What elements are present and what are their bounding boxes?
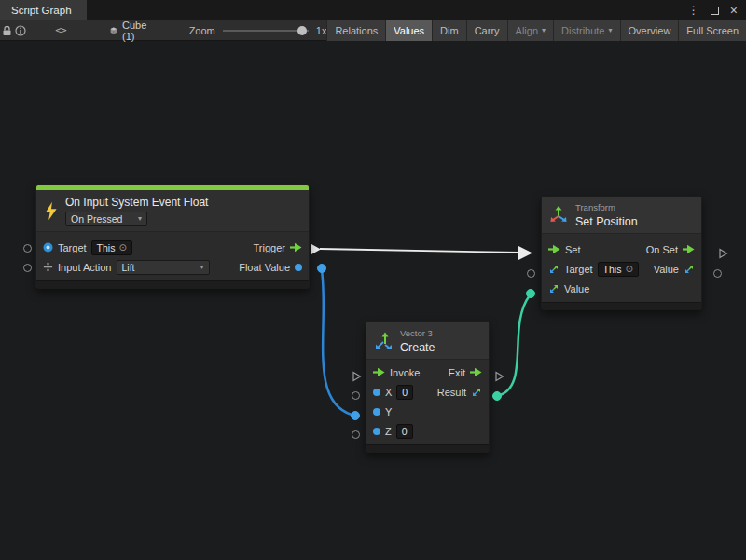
distribute-dropdown-button[interactable]: Distribute▾ bbox=[553, 20, 619, 41]
z-port[interactable] bbox=[373, 428, 380, 435]
zoom-label: Zoom bbox=[189, 25, 215, 36]
target-port-label: Target bbox=[58, 242, 87, 253]
float-value-port[interactable] bbox=[295, 264, 302, 271]
flow-port-icon[interactable] bbox=[373, 367, 385, 377]
ext-port-value-input-connected[interactable] bbox=[526, 289, 535, 298]
window-controls: ⋮ × bbox=[688, 0, 746, 20]
ext-port-exit-output[interactable] bbox=[494, 371, 504, 382]
window-tab-bar: Script Graph ⋮ × bbox=[0, 0, 746, 20]
ext-port-onset-output[interactable] bbox=[718, 248, 728, 259]
row-set-onset: Set On Set bbox=[542, 239, 701, 259]
on-set-port-label: On Set bbox=[646, 244, 678, 255]
vector3-icon bbox=[374, 332, 393, 350]
ext-port-settarget-input[interactable] bbox=[527, 269, 535, 278]
toolbar-buttons: Relations Values Dim Carry Align▾ Distri… bbox=[326, 20, 746, 41]
float-value-port-label: Float Value bbox=[239, 262, 290, 273]
exit-port-label: Exit bbox=[449, 367, 465, 378]
x-port-label: X bbox=[385, 387, 392, 398]
flow-port-icon[interactable] bbox=[470, 367, 482, 377]
row-inputaction-floatvalue: Input Action Lift ▾ Float Value bbox=[36, 257, 309, 277]
graph-toolbar: <> Cube (1) Zoom 1x Relations Values Dim… bbox=[0, 20, 746, 41]
maximize-icon[interactable] bbox=[711, 7, 719, 15]
close-icon[interactable]: × bbox=[730, 4, 738, 17]
row-value-in: Value bbox=[542, 279, 701, 298]
more-menu-icon[interactable]: ⋮ bbox=[688, 5, 699, 16]
target-port-label: Target bbox=[564, 264, 593, 275]
graph-object-reference[interactable]: Cube (1) bbox=[110, 20, 149, 42]
ext-port-invoke-input[interactable] bbox=[352, 371, 362, 382]
set-port-label: Set bbox=[565, 244, 581, 255]
relations-button[interactable]: Relations bbox=[326, 20, 385, 41]
chevron-down-icon: ▾ bbox=[542, 26, 546, 34]
zoom-slider-handle[interactable] bbox=[297, 26, 307, 35]
trigger-port-label: Trigger bbox=[254, 242, 285, 253]
target-object-field[interactable]: This ⊙ bbox=[598, 262, 639, 277]
values-button[interactable]: Values bbox=[385, 20, 432, 41]
flow-port-icon[interactable] bbox=[683, 244, 695, 254]
z-value-field[interactable]: 0 bbox=[396, 424, 413, 439]
flow-port-icon[interactable] bbox=[290, 242, 302, 253]
y-port[interactable] bbox=[373, 408, 380, 416]
overview-button[interactable]: Overview bbox=[620, 20, 679, 41]
chevron-down-icon: ▾ bbox=[200, 262, 203, 273]
carry-button[interactable]: Carry bbox=[466, 20, 507, 41]
align-dropdown-button[interactable]: Align▾ bbox=[507, 20, 553, 41]
flow-port-icon[interactable] bbox=[548, 244, 560, 254]
x-port[interactable] bbox=[373, 389, 380, 396]
row-z: Z 0 bbox=[366, 421, 489, 441]
node-transform-set-position[interactable]: Transform Set Position Set On Set bbox=[541, 196, 702, 310]
gameobject-icon bbox=[43, 242, 53, 253]
object-name-label: Cube (1) bbox=[122, 20, 150, 42]
transform-icon bbox=[549, 206, 568, 225]
node-type-label: Transform bbox=[575, 202, 638, 212]
row-y: Y bbox=[366, 402, 489, 421]
zoom-slider[interactable] bbox=[223, 25, 309, 36]
ext-port-value-output[interactable] bbox=[713, 269, 722, 278]
ext-port-target-input[interactable] bbox=[23, 244, 32, 253]
vector3-port-icon[interactable] bbox=[548, 283, 560, 294]
chevron-down-icon: ▾ bbox=[609, 26, 613, 34]
ext-port-y-input-connected[interactable] bbox=[351, 411, 360, 420]
node-vector3-create[interactable]: Vector 3 Create Invoke Exit X 0 bbox=[366, 321, 490, 453]
transform-port-icon bbox=[548, 264, 560, 275]
ext-port-floatvalue-output-connected[interactable] bbox=[317, 264, 326, 273]
chevron-down-icon: ▾ bbox=[138, 213, 142, 225]
dim-button[interactable]: Dim bbox=[432, 20, 466, 41]
lightning-bolt-icon bbox=[44, 201, 58, 221]
value-in-port-label: Value bbox=[564, 283, 589, 294]
z-port-label: Z bbox=[385, 426, 392, 437]
vector3-port-icon[interactable] bbox=[684, 264, 695, 275]
zoom-level-value: 1x bbox=[316, 25, 327, 36]
cube-icon bbox=[110, 25, 117, 36]
node-title: Create bbox=[400, 341, 435, 354]
ext-port-x-input[interactable] bbox=[352, 391, 360, 400]
node-on-input-system-event-float[interactable]: On Input System Event Float On Pressed ▾… bbox=[35, 184, 310, 289]
node-footer bbox=[542, 302, 701, 309]
edit-script-icon[interactable]: <> bbox=[54, 20, 68, 41]
fullscreen-button[interactable]: Full Screen bbox=[678, 20, 746, 41]
input-action-dropdown[interactable]: Lift ▾ bbox=[117, 260, 210, 275]
node-title: On Input System Event Float bbox=[65, 196, 208, 209]
info-icon[interactable] bbox=[14, 20, 28, 41]
ext-port-z-input[interactable] bbox=[352, 430, 360, 439]
row-target-trigger: Target This ⊙ Trigger bbox=[36, 238, 309, 257]
ext-port-result-output-connected[interactable] bbox=[492, 391, 502, 401]
input-action-port-label: Input Action bbox=[58, 262, 112, 273]
y-port-label: Y bbox=[385, 406, 392, 417]
node-footer bbox=[36, 280, 309, 288]
node-type-label: Vector 3 bbox=[400, 328, 435, 338]
vector3-port-icon[interactable] bbox=[471, 387, 482, 398]
node-footer bbox=[366, 444, 489, 452]
x-value-field[interactable]: 0 bbox=[396, 385, 413, 400]
zoom-slider-track[interactable] bbox=[223, 30, 309, 32]
ext-port-inputaction-input[interactable] bbox=[23, 264, 32, 272]
tab-script-graph[interactable]: Script Graph bbox=[0, 0, 87, 20]
result-port-label: Result bbox=[437, 387, 466, 398]
tab-label: Script Graph bbox=[11, 5, 72, 16]
lock-icon[interactable] bbox=[0, 20, 14, 41]
target-object-field[interactable]: This ⊙ bbox=[91, 240, 132, 255]
value-out-port-label: Value bbox=[654, 264, 679, 275]
event-mode-dropdown[interactable]: On Pressed ▾ bbox=[65, 212, 147, 226]
row-invoke-exit: Invoke Exit bbox=[366, 362, 489, 382]
unity-visual-scripting-window: { "titlebar": { "tab_label": "Script Gra… bbox=[0, 0, 746, 560]
